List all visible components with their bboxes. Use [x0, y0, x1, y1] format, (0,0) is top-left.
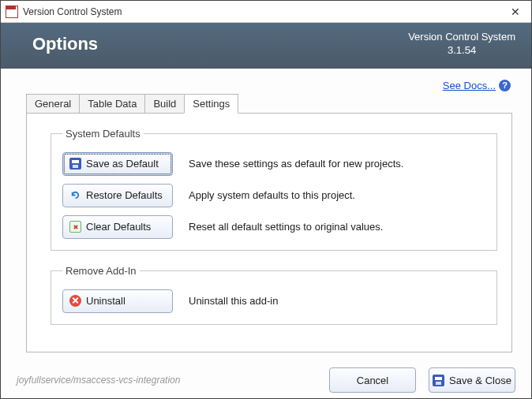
restore-defaults-desc: Apply system defaults to this project.	[189, 189, 355, 201]
bottombar: joyfullservice/msaccess-vcs-integration …	[1, 362, 531, 398]
tab-build[interactable]: Build	[144, 94, 185, 114]
save-icon	[69, 158, 81, 170]
group-system-defaults: System Defaults Save as Default Save the…	[51, 128, 497, 251]
repo-label: joyfullservice/msaccess-vcs-integration	[17, 375, 180, 386]
page-title: Options	[32, 34, 98, 54]
save-as-default-button[interactable]: Save as Default	[62, 152, 173, 176]
window-title: Version Control System	[23, 6, 122, 17]
uninstall-label: Uninstall	[86, 295, 126, 307]
content-area: See Docs... ? General Table Data Build S…	[1, 69, 531, 362]
save-as-default-label: Save as Default	[86, 158, 159, 170]
save-close-button[interactable]: Save & Close	[429, 367, 515, 393]
group-remove-addin: Remove Add-In Uninstall Uninstall this a…	[51, 265, 497, 325]
help-icon[interactable]: ?	[499, 80, 511, 91]
restore-defaults-label: Restore Defaults	[86, 189, 163, 201]
tabpanel-settings: System Defaults Save as Default Save the…	[26, 113, 512, 352]
clear-defaults-label: Clear Defaults	[86, 221, 151, 233]
titlebar: Version Control System ✕	[1, 1, 531, 23]
window: Version Control System ✕ Options Version…	[0, 0, 532, 399]
uninstall-button[interactable]: Uninstall	[62, 289, 173, 313]
row-uninstall: Uninstall Uninstall this add-in	[62, 289, 485, 313]
close-button[interactable]: ✕	[500, 1, 531, 22]
tab-table-data[interactable]: Table Data	[79, 94, 145, 114]
cancel-label: Cancel	[357, 375, 388, 386]
group-system-defaults-legend: System Defaults	[62, 128, 144, 140]
undo-icon	[69, 189, 81, 201]
product-version: 3.1.54	[408, 44, 515, 58]
uninstall-icon	[69, 295, 81, 307]
cancel-button[interactable]: Cancel	[329, 367, 416, 393]
row-clear-defaults: Clear Defaults Reset all default setting…	[62, 215, 485, 239]
clear-defaults-desc: Reset all default settings to original v…	[189, 221, 383, 233]
header: Options Version Control System 3.1.54	[1, 23, 531, 69]
product-name: Version Control System	[408, 31, 515, 44]
row-save-default: Save as Default Save these settings as d…	[62, 152, 485, 176]
row-restore-defaults: Restore Defaults Apply system defaults t…	[62, 184, 485, 207]
see-docs-link[interactable]: See Docs...	[443, 80, 496, 91]
save-close-label: Save & Close	[449, 375, 511, 386]
see-docs-link-group: See Docs... ?	[443, 80, 511, 91]
save-icon	[433, 375, 444, 386]
header-product-info: Version Control System 3.1.54	[408, 31, 515, 58]
uninstall-desc: Uninstall this add-in	[189, 295, 278, 307]
app-icon	[6, 6, 18, 18]
restore-defaults-button[interactable]: Restore Defaults	[62, 184, 173, 207]
tab-general[interactable]: General	[26, 94, 80, 114]
tabstrip: General Table Data Build Settings	[26, 94, 238, 114]
group-remove-addin-legend: Remove Add-In	[62, 265, 140, 277]
save-as-default-desc: Save these settings as default for new p…	[189, 158, 403, 170]
tab-settings[interactable]: Settings	[184, 94, 238, 114]
clear-defaults-button[interactable]: Clear Defaults	[62, 215, 173, 239]
clear-icon	[69, 221, 81, 233]
